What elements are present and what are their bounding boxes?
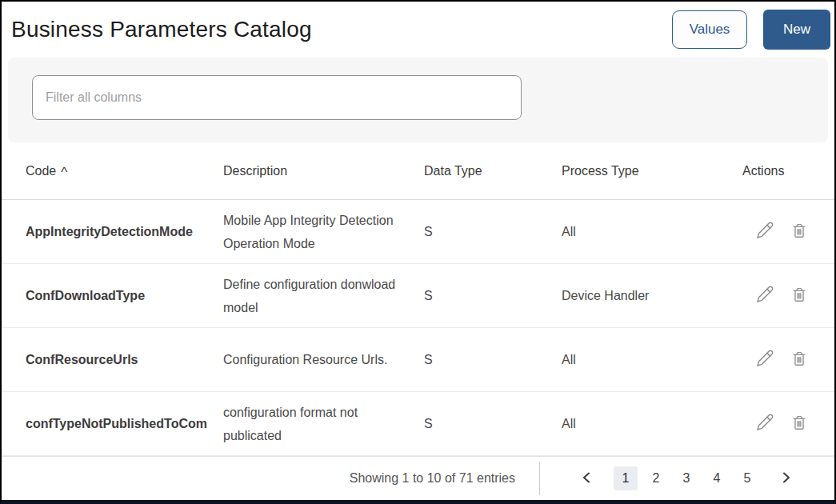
pencil-icon [755, 221, 774, 242]
cell-actions [742, 221, 810, 242]
column-header-description[interactable]: Description [223, 164, 424, 178]
table-row: confTypeNotPublishedToCom configuration … [2, 392, 834, 456]
trash-icon [790, 221, 808, 242]
trash-icon [790, 349, 808, 370]
edit-button[interactable] [755, 285, 774, 306]
business-parameters-catalog-page: Business Parameters Catalog Values New C… [0, 0, 836, 504]
cell-data-type: S [424, 353, 562, 367]
pencil-icon [755, 349, 774, 370]
edit-button[interactable] [755, 349, 774, 370]
delete-button[interactable] [790, 285, 808, 306]
cell-data-type: S [424, 225, 562, 239]
cell-description: Mobile App Integrity Detection Operation… [223, 209, 424, 255]
table-row: ConfDownloadType Define configuration do… [2, 264, 834, 328]
edit-button[interactable] [755, 413, 774, 434]
cell-description: Configuration Resource Urls. [223, 348, 424, 371]
column-header-data-type[interactable]: Data Type [424, 164, 562, 178]
cell-description: configuration format not publicated [223, 401, 424, 447]
cell-data-type: S [424, 289, 562, 303]
cell-code: ConfDownloadType [26, 289, 223, 303]
cell-data-type: S [424, 417, 562, 431]
cell-code: AppIntegrityDetectionMode [26, 225, 223, 239]
parameters-table: Code^ Description Data Type Process Type… [2, 142, 834, 500]
column-header-process-type[interactable]: Process Type [562, 164, 742, 178]
delete-button[interactable] [790, 221, 808, 242]
cell-code: confTypeNotPublishedToCom [26, 417, 223, 431]
entries-summary: Showing 1 to 10 of 71 entries [350, 471, 515, 486]
values-button[interactable]: Values [672, 10, 747, 49]
cell-process-type: All [562, 353, 742, 367]
sort-ascending-icon: ^ [61, 165, 67, 181]
pencil-icon [755, 285, 774, 306]
chevron-left-icon [581, 471, 594, 486]
cell-process-type: All [562, 225, 742, 239]
cell-process-type: All [562, 417, 742, 431]
table-footer: Showing 1 to 10 of 71 entries 1 2 3 4 5 [2, 456, 834, 500]
page-button-4[interactable]: 4 [705, 466, 729, 490]
new-button[interactable]: New [763, 10, 830, 50]
column-header-code-label: Code [26, 164, 56, 178]
previous-page-button[interactable] [575, 466, 599, 490]
chevron-right-icon [779, 471, 792, 486]
footer-divider [539, 462, 540, 495]
trash-icon [790, 285, 808, 306]
next-page-button[interactable] [774, 466, 798, 490]
delete-button[interactable] [790, 413, 808, 434]
page-button-1[interactable]: 1 [614, 466, 638, 490]
cell-actions [742, 413, 810, 434]
cell-actions [742, 285, 810, 306]
pencil-icon [755, 413, 774, 434]
table-row: AppIntegrityDetectionMode Mobile App Int… [2, 200, 834, 264]
page-button-2[interactable]: 2 [644, 466, 668, 490]
trash-icon [790, 413, 808, 434]
page-title: Business Parameters Catalog [11, 17, 672, 42]
filter-input[interactable] [32, 75, 522, 120]
column-header-code[interactable]: Code^ [26, 163, 223, 179]
page-button-5[interactable]: 5 [735, 466, 759, 490]
page-header: Business Parameters Catalog Values New [2, 2, 834, 58]
table-row: ConfResourceUrls Configuration Resource … [2, 328, 834, 392]
cell-code: ConfResourceUrls [26, 353, 223, 367]
edit-button[interactable] [755, 221, 774, 242]
page-button-3[interactable]: 3 [674, 466, 698, 490]
cell-description: Define configuration donwload model [223, 273, 424, 319]
delete-button[interactable] [790, 349, 808, 370]
column-header-actions: Actions [742, 164, 810, 178]
cell-actions [742, 349, 810, 370]
filter-panel [8, 58, 828, 142]
table-header-row: Code^ Description Data Type Process Type… [2, 142, 834, 200]
cell-process-type: Device Handler [562, 289, 742, 303]
